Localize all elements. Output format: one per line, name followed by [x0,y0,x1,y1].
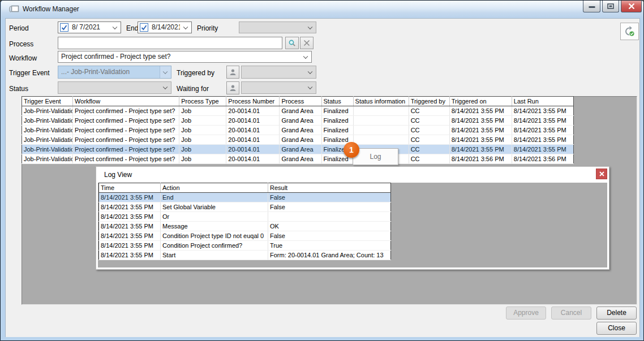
log-row[interactable]: 8/14/2021 3:55 PMEndFalse [99,193,391,202]
maximize-button[interactable] [602,1,619,12]
triggered-by-person-button[interactable] [226,66,239,79]
grid-cell: Job [179,116,226,126]
log-row[interactable]: 8/14/2021 3:55 PMStartForm: 20-0014.01 G… [99,251,391,260]
grid-cell: 8/14/2021 3:55 PM [449,116,512,126]
grid-row[interactable]: Job-Print-ValidationProject confirmed - … [22,135,574,145]
log-column-header-2[interactable]: Result [268,183,391,193]
log-cell: Message [161,222,268,231]
grid-cell: CC [409,106,449,116]
log-column-header-1[interactable]: Action [161,183,268,193]
log-cell: Start [161,251,268,260]
log-view-title: Log View [96,167,609,183]
grid-cell: 20-0014.01 [226,154,280,164]
grid-column-header-7[interactable]: Triggered by [409,97,449,106]
grid-row[interactable]: Job-Print-ValidationProject confirmed - … [22,106,574,116]
grid-column-header-1[interactable]: Workflow [73,97,179,106]
close-dialog-button[interactable]: Close [596,322,637,335]
grid-cell [353,126,409,135]
grid-column-header-6[interactable]: Status information [353,97,409,106]
approve-button[interactable]: Approve [506,307,546,320]
process-input[interactable] [58,37,282,49]
log-row[interactable]: 8/14/2021 3:55 PMSet Global VariableFals… [99,202,391,212]
grid-column-header-4[interactable]: Process [280,97,321,106]
triggered-by-select[interactable] [241,66,316,79]
waiting-for-select[interactable] [241,81,316,94]
grid-column-header-5[interactable]: Status [321,97,353,106]
end-checkbox[interactable] [140,23,148,32]
grid-cell: Job-Print-Validation [22,154,73,164]
grid-column-header-2[interactable]: Process Type [179,97,226,106]
grid-cell: 20-0014.01 [226,135,280,145]
grid-cell: Project confirmed - Project type set? [73,145,179,154]
log-table: TimeActionResult 8/14/2021 3:55 PMEndFal… [98,183,391,260]
status-label: Status [9,84,28,93]
grid-cell: Job [179,106,226,116]
log-cell: False [268,231,391,241]
grid-row[interactable]: Job-Print-ValidationProject confirmed - … [22,145,574,154]
grid-row[interactable]: Job-Print-ValidationProject confirmed - … [22,116,574,126]
log-row[interactable]: 8/14/2021 3:55 PMOr [99,212,391,222]
cancel-button[interactable]: Cancel [551,307,591,320]
log-row[interactable]: 8/14/2021 3:55 PMMessageOK [99,222,391,231]
period-checkbox[interactable] [60,23,68,32]
close-icon [599,171,604,176]
grid-row[interactable]: Job-Print-ValidationProject confirmed - … [22,126,574,135]
annotation-badge-1: 1 [344,142,359,158]
refresh-check-icon [624,25,636,37]
window-title: Workflow Manager [23,1,79,18]
waiting-for-person-button[interactable] [226,81,239,94]
grid-cell [353,106,409,116]
grid-cell: 8/14/2021 3:55 PM [512,106,573,116]
grid-column-header-0[interactable]: Trigger Event [22,97,73,106]
grid-cell: Job [179,154,226,164]
workflow-manager-window: Workflow Manager P [0,0,644,341]
chevron-down-icon [308,69,312,74]
grid-cell: 8/14/2021 3:55 PM [449,106,512,116]
grid-cell: 8/14/2021 3:55 PM [449,145,512,154]
grid-cell: Project confirmed - Project type set? [73,126,179,135]
chevron-down-icon [163,84,168,89]
grid-cell: Grand Area [280,116,321,126]
log-row[interactable]: 8/14/2021 3:55 PMCondition Project confi… [99,241,391,251]
check-icon [141,24,147,31]
end-date-picker[interactable]: 8/14/2021 [138,21,192,33]
process-clear-button[interactable] [300,37,314,49]
grid-cell [353,116,409,126]
log-row[interactable]: 8/14/2021 3:55 PMCondition Project type … [99,231,391,241]
process-search-button[interactable] [285,37,299,49]
log-cell: False [268,193,391,202]
grid-cell: Finalized [321,126,353,135]
log-cell: Condition Project type ID not euqal 0 [161,231,268,241]
grid-column-header-9[interactable]: Last Run [512,97,573,106]
grid-row[interactable]: Job-Print-ValidationProject confirmed - … [22,154,574,164]
delete-button[interactable]: Delete [596,307,637,320]
period-date-value: 8/ 7/2021 [72,22,109,33]
grid-column-header-3[interactable]: Process Number [226,97,280,106]
grid-cell: CC [409,145,449,154]
log-view-close-button[interactable] [596,169,607,179]
grid-column-header-8[interactable]: Triggered on [449,97,512,106]
trigger-event-select[interactable]: ...- Job-Print-Validation [58,66,171,79]
refresh-button[interactable] [620,23,639,40]
log-cell: True [268,241,391,251]
status-select[interactable] [58,81,171,94]
log-cell: 8/14/2021 3:55 PM [99,251,161,260]
maximize-icon [607,3,614,9]
end-label: End [126,24,138,33]
waiting-for-label: Waiting for [177,84,209,93]
close-button[interactable] [621,1,642,12]
context-menu-item-log[interactable]: Log [353,149,398,165]
grid-cell: 20-0014.01 [226,116,280,126]
log-cell: Condition Project confirmed? [161,241,268,251]
grid-cell: 8/14/2021 3:55 PM [512,116,573,126]
priority-select[interactable] [239,21,316,33]
grid-cell: Finalized [321,116,353,126]
minimize-button[interactable] [583,1,600,12]
period-date-picker[interactable]: 8/ 7/2021 [58,21,121,33]
grid-cell: 8/14/2021 3:55 PM [512,145,573,154]
grid-cell: 8/14/2021 3:56 PM [512,154,573,164]
log-column-header-0[interactable]: Time [99,183,161,193]
workflow-select[interactable]: Project confirmed - Project type set? [58,51,312,63]
log-cell: Form: 20-0014.01 Grand Area; Count: 13 [268,251,391,260]
log-cell: End [161,193,268,202]
